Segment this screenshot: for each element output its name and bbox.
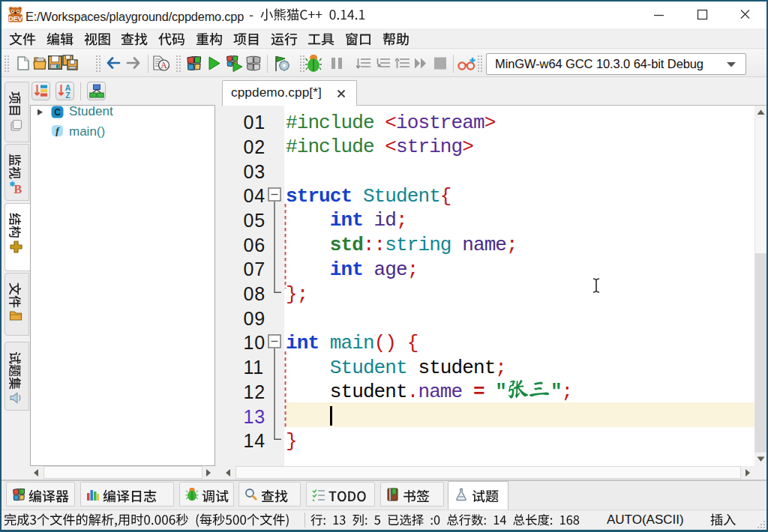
svg-text:C: C bbox=[54, 107, 61, 118]
svg-text:DEV: DEV bbox=[8, 15, 22, 22]
svg-text:B: B bbox=[14, 183, 22, 194]
svg-text:A: A bbox=[160, 61, 167, 70]
svg-text:Z: Z bbox=[65, 91, 70, 100]
